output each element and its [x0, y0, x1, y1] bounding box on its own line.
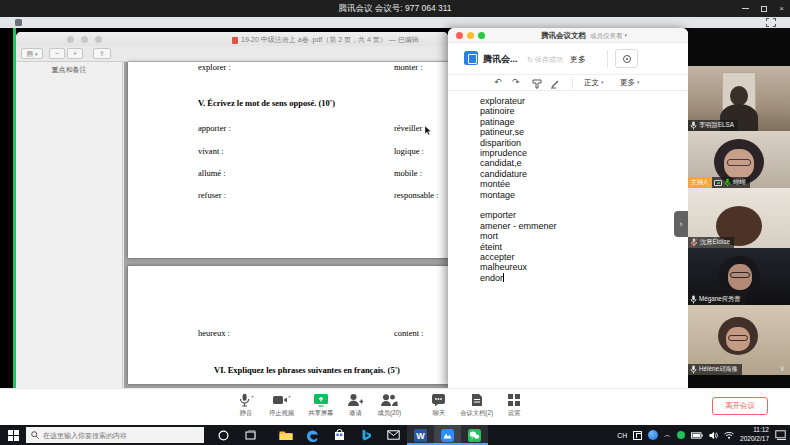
close-icon[interactable]: × — [779, 5, 784, 13]
toolbar-more-dropdown[interactable]: 更多▾ — [620, 78, 640, 88]
word-item: endor — [480, 273, 688, 283]
mac-minimize-icon[interactable] — [81, 36, 88, 43]
store-icon — [334, 429, 345, 441]
members-button[interactable]: 成员(20) — [370, 393, 408, 418]
undo-icon[interactable]: ↶ — [494, 77, 502, 87]
taskbar-search[interactable] — [26, 427, 204, 443]
format-painter-icon[interactable] — [532, 79, 542, 89]
sync-icon: ↻ — [527, 56, 533, 63]
tencent-meeting-button[interactable] — [434, 425, 461, 445]
meeting-toolbar: 静音 停止视频 共享屏幕 邀请 — [0, 388, 790, 425]
video-tile[interactable]: 李明甜ELSA — [688, 66, 790, 131]
store-button[interactable] — [326, 425, 353, 445]
share-screen-icon — [313, 393, 329, 407]
mac-minimize-icon[interactable] — [467, 32, 474, 39]
video-tile[interactable]: 沈晨Éloïse — [688, 188, 790, 248]
leave-meeting-button[interactable]: 离开会议 — [712, 397, 768, 415]
stop-video-button[interactable]: 停止视频 — [262, 393, 301, 418]
folder-icon — [279, 430, 293, 441]
word-item: explorateur — [480, 96, 688, 106]
word-icon: W — [414, 429, 427, 442]
word-item: montage — [480, 190, 688, 200]
docs-toolbar: ↶ ↷ 正文▾ 更多▾ — [448, 75, 688, 91]
shared-app-icon — [15, 19, 22, 26]
settings-button[interactable]: 设置 — [500, 393, 528, 418]
pdf-text: explorer : — [198, 62, 231, 72]
more-button[interactable]: 更多 — [570, 54, 586, 65]
time: 11:12 — [740, 426, 769, 435]
mac-zoom-icon[interactable] — [478, 32, 485, 39]
word-item: disparition — [480, 138, 688, 148]
search-input[interactable] — [43, 432, 193, 439]
mic-icon — [690, 365, 697, 374]
word-item: imprudence — [480, 148, 688, 158]
pdf-text: allumé : — [198, 168, 226, 178]
mic-icon — [690, 121, 697, 130]
fullscreen-icon[interactable] — [766, 18, 776, 27]
ime-icon[interactable] — [633, 431, 642, 440]
tencent-meeting-icon — [441, 429, 454, 442]
mute-button[interactable]: 静音 — [230, 393, 262, 418]
pdf-window-title: 19-20 中级法语上 a卷 .pdf（第 2 页，共 4 页） — 已编辑 — [232, 35, 419, 45]
mic-active-icon — [724, 178, 731, 187]
svg-text:W: W — [416, 430, 425, 440]
clear-format-icon[interactable] — [550, 79, 561, 89]
word-item: emporter — [480, 210, 688, 220]
file-explorer-button[interactable] — [272, 425, 299, 445]
video-tile[interactable]: Mégane何秀蕾 — [688, 248, 790, 305]
battery-icon[interactable] — [691, 432, 703, 439]
chevron-down-icon[interactable]: ∨ — [779, 364, 785, 373]
preview-sidebar[interactable]: 重点和备注 — [16, 62, 123, 388]
doc-title[interactable]: 腾讯会... — [483, 53, 518, 66]
doc-editor[interactable]: explorateur patinoire patinage patineur,… — [448, 91, 688, 388]
sidebar-view-button[interactable]: ▤▾ — [21, 48, 43, 59]
volume-icon[interactable] — [709, 431, 718, 440]
mac-zoom-icon[interactable] — [95, 36, 102, 43]
invite-button[interactable]: 邀请 — [340, 393, 370, 418]
share-screen-button[interactable]: 共享屏幕 — [301, 393, 340, 418]
settings-grid-icon — [507, 393, 521, 407]
wechat-button[interactable] — [461, 425, 488, 445]
start-button[interactable] — [0, 425, 26, 445]
meeting-window-titlebar: 腾讯会议 会议号: 977 064 311 × — [0, 0, 790, 17]
paragraph-style-dropdown[interactable]: 正文▾ — [584, 78, 604, 88]
video-tile[interactable]: Hélène邱海豫 ∨ — [688, 305, 790, 375]
mail-button[interactable] — [380, 425, 407, 445]
language-indicator[interactable]: CH — [617, 432, 627, 439]
view-mode-dropdown[interactable]: 成员仅查看▾ — [590, 32, 627, 41]
text-cursor — [503, 273, 504, 282]
network-icon[interactable] — [724, 431, 734, 439]
task-view-button[interactable] — [237, 425, 264, 445]
chevron-up-icon[interactable]: ︿ — [664, 430, 671, 440]
mic-icon — [690, 295, 697, 304]
word-button[interactable]: W — [407, 425, 434, 445]
meeting-docs-button[interactable]: 会议文档(2) — [453, 393, 500, 418]
pdf-text: monter : — [394, 62, 423, 72]
divider — [607, 50, 608, 68]
redo-icon[interactable]: ↷ — [512, 77, 520, 87]
edge-button[interactable] — [299, 425, 326, 445]
maximize-icon[interactable] — [761, 6, 767, 12]
collapse-sidebar-button[interactable]: › — [674, 211, 688, 237]
preview-toolbar: ▤▾ − + ⇪ — [16, 46, 448, 62]
mac-close-icon[interactable] — [67, 36, 74, 43]
action-center-icon[interactable] — [775, 430, 786, 440]
share-button[interactable]: ⇪ — [93, 48, 111, 59]
minimize-icon[interactable] — [742, 8, 749, 9]
taskbar-clock[interactable]: 11:12 2020/2/17 — [740, 426, 769, 444]
chat-button[interactable]: 聊天 — [424, 393, 453, 418]
meeting-tray-icon[interactable] — [648, 430, 658, 440]
record-button[interactable] — [615, 49, 638, 68]
bing-button[interactable] — [353, 425, 380, 445]
zoom-out-button[interactable]: − — [49, 48, 65, 59]
cortana-button[interactable] — [210, 425, 237, 445]
preview-titlebar: 19-20 中级法语上 a卷 .pdf（第 2 页，共 4 页） — 已编辑 — [16, 32, 448, 46]
video-tile[interactable]: 主持人 蝴蝴 — [688, 131, 790, 188]
zoom-in-button[interactable]: + — [67, 48, 83, 59]
pdf-preview-window: 19-20 中级法语上 a卷 .pdf（第 2 页，共 4 页） — 已编辑 ▤… — [16, 32, 448, 388]
pdf-text: vivant : — [198, 146, 224, 156]
word-item: patinoire — [480, 106, 688, 116]
wechat-tray-icon[interactable] — [677, 431, 685, 439]
mac-close-icon[interactable] — [456, 32, 463, 39]
word-item: amener - emmener — [480, 221, 688, 231]
